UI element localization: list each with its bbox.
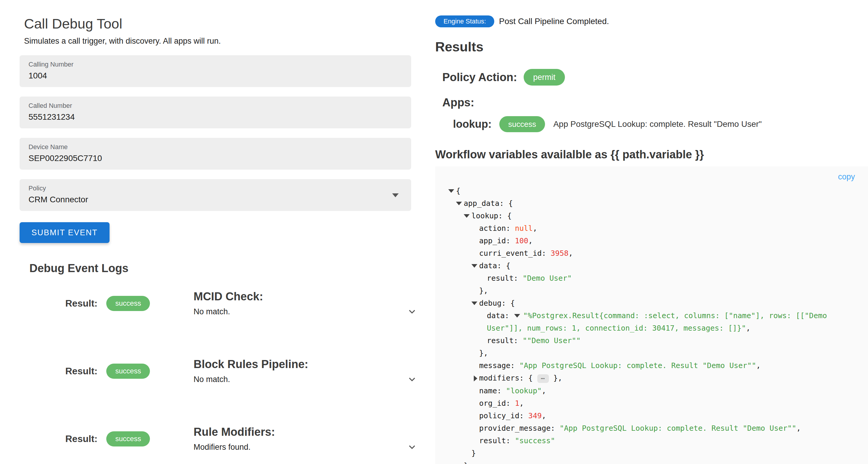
- node-expanded-caret-icon[interactable]: [464, 214, 470, 218]
- log-row-block-rules: Result: success Block Rules Pipeline: No…: [20, 358, 435, 384]
- expand-chevron-icon[interactable]: [407, 442, 417, 454]
- submit-event-button[interactable]: SUBMIT EVENT: [20, 222, 110, 243]
- expand-chevron-icon[interactable]: [407, 374, 417, 386]
- json-line: },: [435, 460, 856, 464]
- json-token-key: debug: [479, 299, 501, 308]
- field-value: SEP0022905C7710: [29, 153, 402, 163]
- log-result: Result: success: [65, 364, 193, 379]
- node-expanded-caret-icon[interactable]: [471, 264, 477, 268]
- field-label: Calling Number: [29, 61, 402, 68]
- json-token-null: null: [515, 224, 532, 233]
- json-line-content: result: "Demo User": [487, 272, 856, 285]
- json-line: }: [435, 447, 856, 460]
- json-token-key: provider_message: [479, 424, 551, 433]
- json-token-punct: :: [505, 311, 514, 320]
- call-debug-tool-page: Call Debug Tool Simulates a call trigger…: [0, 0, 868, 464]
- json-token-punct: : {: [497, 261, 510, 270]
- json-line-content: policy_id: 349,: [479, 410, 856, 422]
- json-token-punct: },: [479, 286, 488, 295]
- json-token-punct: ,: [568, 249, 573, 258]
- app-status-badge: success: [499, 116, 545, 132]
- log-row-rule-modifiers: Result: success Rule Modifiers: Modifier…: [20, 426, 435, 452]
- json-token-punct: ,: [542, 411, 546, 420]
- json-line: debug: {: [435, 297, 856, 310]
- apps-label: Apps:: [442, 96, 868, 109]
- policy-select[interactable]: Policy CRM Connector: [20, 179, 411, 211]
- json-line-content: },: [479, 285, 856, 297]
- log-detail: Modifiers found.: [193, 443, 407, 452]
- json-token-punct: :: [514, 274, 523, 283]
- json-token-key: message: [479, 361, 510, 370]
- field-label: Device Name: [29, 143, 402, 151]
- node-collapsed-caret-icon[interactable]: [474, 375, 477, 381]
- log-detail: No match.: [193, 375, 407, 384]
- json-token-key: org_id: [479, 399, 506, 408]
- result-label: Result:: [65, 433, 97, 444]
- call-form-panel: Call Debug Tool Simulates a call trigger…: [0, 0, 435, 464]
- json-line: },: [435, 285, 856, 297]
- json-token-punct: :: [510, 361, 519, 370]
- json-line-content: modifiers: { ⋯ },: [479, 372, 856, 385]
- json-line-content: },: [479, 347, 856, 359]
- field-value: CRM Connector: [29, 195, 402, 204]
- json-token-punct: ,: [746, 324, 750, 332]
- result-label: Result:: [65, 366, 97, 377]
- policy-action-row: Policy Action: permit: [442, 69, 868, 86]
- calling-number-field[interactable]: Calling Number 1004: [20, 55, 411, 87]
- json-token-str: "App PostgreSQL Lookup: complete. Result…: [519, 361, 756, 370]
- json-line-content: data: {: [479, 260, 856, 272]
- json-token-str: "lookup": [506, 386, 541, 395]
- json-line-content: message: "App PostgreSQL Lookup: complet…: [479, 359, 856, 372]
- page-title: Call Debug Tool: [24, 16, 435, 32]
- engine-status-row: Engine Status: Post Call Pipeline Comple…: [435, 16, 868, 27]
- json-token-key: name: [479, 386, 497, 395]
- json-token-punct: :: [506, 436, 515, 445]
- node-expanded-caret-icon[interactable]: [471, 301, 477, 305]
- json-line: curri_event_id: 3958,: [435, 247, 856, 260]
- json-token-punct: },: [549, 374, 562, 382]
- device-name-field[interactable]: Device Name SEP0022905C7710: [20, 138, 411, 170]
- json-token-punct: : {: [519, 374, 537, 382]
- status-badge: success: [106, 296, 150, 311]
- json-line: policy_id: 349,: [435, 410, 856, 422]
- app-lookup-row: lookup: success App PostgreSQL Lookup: c…: [453, 116, 868, 132]
- json-line-content: }: [471, 447, 856, 460]
- json-line-content: app_data: {: [464, 197, 856, 210]
- json-line-content: curri_event_id: 3958,: [479, 247, 856, 260]
- engine-status-text: Post Call Pipeline Completed.: [499, 17, 609, 26]
- app-name: lookup:: [453, 118, 492, 130]
- json-line: action: null,: [435, 222, 856, 235]
- json-token-str: "success": [515, 436, 555, 445]
- json-token-key: action: [479, 224, 506, 233]
- json-token-num: 100: [515, 236, 528, 245]
- json-line-content: org_id: 1,: [479, 397, 856, 410]
- json-token-punct: : {: [499, 199, 513, 208]
- json-line: lookup: {: [435, 210, 856, 222]
- json-line-content: lookup: {: [471, 210, 856, 222]
- json-line-content: },: [464, 460, 856, 464]
- json-tree: {app_data: {lookup: {action: null,app_id…: [435, 172, 856, 464]
- inline-expand-caret-icon[interactable]: [514, 314, 520, 318]
- workflow-variables-title: Workflow variables availalble as {{ path…: [435, 148, 868, 161]
- json-token-key: app_data: [464, 199, 499, 208]
- json-line: {: [435, 185, 856, 197]
- node-expanded-caret-icon[interactable]: [448, 189, 454, 193]
- json-token-key: result: [487, 336, 514, 345]
- called-number-field[interactable]: Called Number 5551231234: [20, 96, 411, 128]
- node-expanded-caret-icon[interactable]: [456, 202, 462, 205]
- log-main: Rule Modifiers: Modifiers found.: [193, 426, 407, 452]
- copy-button[interactable]: copy: [838, 172, 855, 181]
- json-token-punct: },: [479, 349, 488, 357]
- engine-status-badge: Engine Status:: [435, 16, 494, 27]
- json-line: modifiers: { ⋯ },: [435, 372, 856, 385]
- json-token-punct: :: [542, 249, 551, 258]
- json-token-punct: ,: [797, 424, 801, 433]
- app-message: App PostgreSQL Lookup: complete. Result …: [553, 119, 762, 129]
- json-token-punct: ,: [528, 236, 533, 245]
- json-token-key: lookup: [471, 211, 498, 220]
- json-line: org_id: 1,: [435, 397, 856, 410]
- json-line: provider_message: "App PostgreSQL Lookup…: [435, 422, 856, 435]
- json-token-ellipsis[interactable]: ⋯: [537, 374, 549, 383]
- expand-chevron-icon[interactable]: [407, 306, 417, 318]
- result-label: Result:: [65, 298, 97, 309]
